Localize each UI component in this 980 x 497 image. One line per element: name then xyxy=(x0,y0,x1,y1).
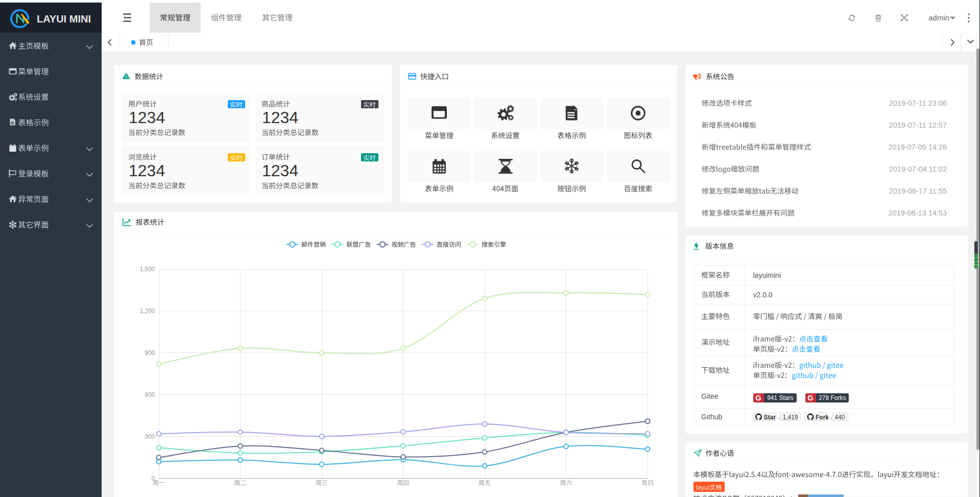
svg-text:0: 0 xyxy=(152,475,155,482)
svg-text:1,200: 1,200 xyxy=(139,307,155,315)
svg-text:Fork: Fork xyxy=(816,414,829,421)
svg-text:2019-06-17 11:55: 2019-06-17 11:55 xyxy=(889,187,947,195)
svg-text:1234: 1234 xyxy=(262,108,298,127)
svg-text:2019-07-05 14:28: 2019-07-05 14:28 xyxy=(889,143,947,151)
svg-text:G: G xyxy=(755,394,761,402)
svg-text:278 Forks: 278 Forks xyxy=(819,394,846,401)
svg-text:2019-06-13 14:53: 2019-06-13 14:53 xyxy=(889,209,947,217)
svg-text:900: 900 xyxy=(145,349,155,357)
svg-text:Gitee: Gitee xyxy=(701,392,719,400)
svg-text:300: 300 xyxy=(145,433,155,440)
svg-text:941 Stars: 941 Stars xyxy=(767,394,793,401)
svg-text:1234: 1234 xyxy=(129,108,165,127)
svg-text:2019-07-11 23:06: 2019-07-11 23:06 xyxy=(889,99,947,107)
svg-text:1,419: 1,419 xyxy=(782,414,798,421)
svg-text:1,500: 1,500 xyxy=(139,266,155,273)
svg-text:1234: 1234 xyxy=(262,161,298,180)
svg-text:admin: admin xyxy=(928,13,949,22)
svg-text:600: 600 xyxy=(145,391,155,398)
svg-text:Star: Star xyxy=(764,414,776,421)
svg-text:layuimini: layuimini xyxy=(753,271,781,279)
svg-text:LAYUI MINI: LAYUI MINI xyxy=(37,13,91,25)
svg-text:Github: Github xyxy=(701,413,722,421)
svg-text:G: G xyxy=(807,394,813,402)
svg-text:2019-07-04 11:02: 2019-07-04 11:02 xyxy=(889,165,947,173)
svg-text:1234: 1234 xyxy=(129,161,165,180)
svg-text:440: 440 xyxy=(834,414,845,421)
svg-text:v2.0.0: v2.0.0 xyxy=(753,291,773,299)
svg-text:2019-07-11 12:57: 2019-07-11 12:57 xyxy=(889,121,947,129)
